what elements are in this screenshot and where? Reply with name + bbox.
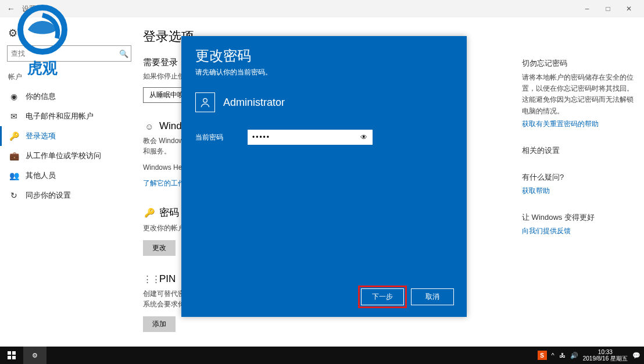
user-avatar-icon <box>195 92 215 112</box>
close-button[interactable]: ✕ <box>618 5 639 13</box>
sogou-ime-icon[interactable]: S <box>538 351 547 360</box>
sidebar-category: 帐户 <box>8 72 138 82</box>
tray-chevron-icon[interactable]: ^ <box>552 352 554 359</box>
svg-rect-3 <box>8 351 11 355</box>
right-block-title: 有什么疑问? <box>522 172 635 183</box>
back-button[interactable]: ← <box>5 4 17 13</box>
reset-password-help-link[interactable]: 获取有关重置密码的帮助 <box>522 119 635 129</box>
network-icon[interactable]: 🖧 <box>559 352 566 359</box>
feedback-link[interactable]: 向我们提供反馈 <box>522 226 635 236</box>
smiley-icon: ☺ <box>143 122 156 131</box>
hello-desc-line: 和服务。 <box>143 147 171 155</box>
pin-title: PIN <box>159 273 176 285</box>
sidebar-item-sync[interactable]: ↻ 同步你的设置 <box>0 185 138 205</box>
briefcase-icon: 💼 <box>8 151 20 160</box>
sidebar-item-label: 同步你的设置 <box>26 190 71 201</box>
svg-rect-6 <box>12 356 16 359</box>
taskbar-settings-button[interactable]: ⚙ <box>23 347 46 364</box>
next-button[interactable]: 下一步 <box>361 288 404 305</box>
right-block-title: 相关的设置 <box>522 145 635 156</box>
hello-title: Wind <box>159 120 182 132</box>
current-password-field[interactable]: 👁 <box>248 130 373 145</box>
window-titlebar: ← 设置 – □ ✕ <box>0 0 644 17</box>
pin-desc-line: 系统会要求你 <box>143 300 185 308</box>
taskbar: ⚙ S ^ 🖧 🔊 10:33 2019/8/16 星期五 💬 <box>0 347 644 364</box>
search-input-wrap[interactable]: 🔍 <box>7 45 131 62</box>
sidebar-item-other-users[interactable]: 👥 其他人员 <box>0 166 138 185</box>
clock-date: 2019/8/16 星期五 <box>583 355 628 362</box>
system-tray: S ^ 🖧 🔊 10:33 2019/8/16 星期五 💬 <box>538 349 644 362</box>
change-password-dialog: 更改密码 请先确认你的当前密码。 Administrator 当前密码 👁 下一… <box>181 36 467 317</box>
settings-right-panel: 切勿忘记密码 请将本地帐户的密码储存在安全的位置，以便在你忘记密码时将其找回。这… <box>522 17 644 347</box>
svg-point-0 <box>203 98 207 102</box>
id-card-icon: ◉ <box>8 92 20 101</box>
current-password-label: 当前密码 <box>195 133 248 142</box>
volume-icon[interactable]: 🔊 <box>570 352 578 359</box>
mail-icon: ✉ <box>8 112 20 121</box>
right-block-title: 切勿忘记密码 <box>522 58 635 69</box>
svg-rect-4 <box>12 351 16 355</box>
sidebar-item-label: 其他人员 <box>26 170 56 181</box>
search-icon: 🔍 <box>117 49 131 58</box>
settings-sidebar: ⚙ 🔍 帐户 ◉ 你的信息 ✉ 电子邮件和应用帐户 🔑 登录选项 💼 从工作单位… <box>0 17 138 347</box>
right-block-title: 让 Windows 变得更好 <box>522 212 635 223</box>
window-title: 设置 <box>22 4 36 14</box>
clock-time: 10:33 <box>583 349 628 355</box>
minimize-button[interactable]: – <box>577 5 598 13</box>
pin-desc-line: 创建可替代密 <box>143 290 185 298</box>
sidebar-item-email[interactable]: ✉ 电子邮件和应用帐户 <box>0 106 138 126</box>
sync-icon: ↻ <box>8 191 20 200</box>
dialog-title: 更改密码 <box>195 47 453 65</box>
add-pin-button[interactable]: 添加 <box>143 316 176 332</box>
get-help-link[interactable]: 获取帮助 <box>522 186 635 196</box>
people-icon: 👥 <box>8 171 20 180</box>
key-icon: 🔑 <box>143 208 156 218</box>
gear-icon: ⚙ <box>8 27 138 40</box>
key-icon: 🔑 <box>8 131 20 141</box>
maximize-button[interactable]: □ <box>598 5 618 13</box>
reveal-password-icon[interactable]: 👁 <box>359 133 369 141</box>
sidebar-item-label: 从工作单位或学校访问 <box>26 151 101 161</box>
sidebar-item-label: 你的信息 <box>26 91 56 102</box>
hello-desc-line: 教会 Window <box>143 137 184 145</box>
right-block-text: 请将本地帐户的密码储存在安全的位置，以便在你忘记密码时将其找回。这能避免你因为忘… <box>522 72 635 117</box>
sidebar-item-work-school[interactable]: 💼 从工作单位或学校访问 <box>0 146 138 166</box>
sidebar-item-label: 电子邮件和应用帐户 <box>26 111 94 122</box>
sidebar-item-label: 登录选项 <box>26 131 56 141</box>
dialog-subtitle: 请先确认你的当前密码。 <box>195 67 453 77</box>
svg-rect-5 <box>8 356 11 359</box>
taskbar-clock[interactable]: 10:33 2019/8/16 星期五 <box>583 349 628 362</box>
notifications-icon[interactable]: 💬 <box>632 352 641 359</box>
sidebar-item-your-info[interactable]: ◉ 你的信息 <box>0 87 138 106</box>
dialog-username: Administrator <box>223 97 285 109</box>
sidebar-item-signin-options[interactable]: 🔑 登录选项 <box>0 126 138 146</box>
change-password-button[interactable]: 更改 <box>143 240 176 256</box>
grid-icon: ⋮⋮ <box>143 274 156 284</box>
search-input[interactable] <box>8 49 117 58</box>
password-title: 密码 <box>159 206 179 219</box>
start-button[interactable] <box>0 347 23 364</box>
current-password-input[interactable] <box>251 133 359 142</box>
cancel-button[interactable]: 取消 <box>411 288 454 305</box>
